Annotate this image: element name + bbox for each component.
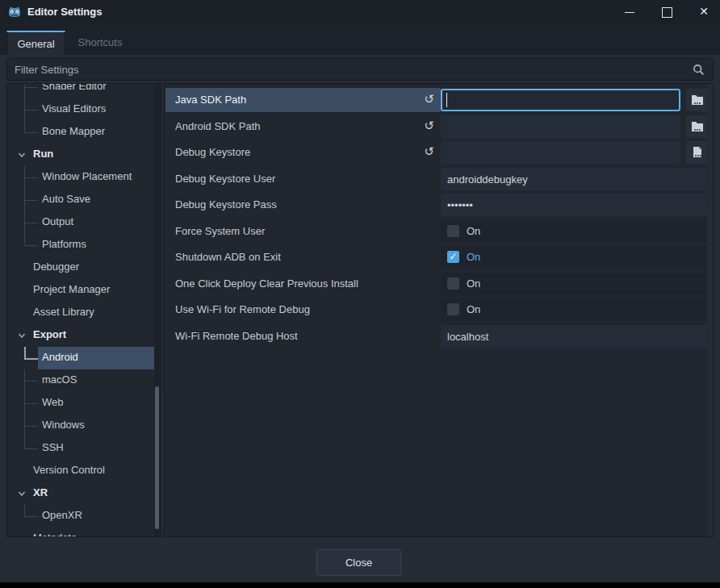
sidebar-section-run[interactable]: Run	[7, 144, 161, 166]
tree-scrollbar[interactable]	[154, 84, 160, 536]
folder-browse-button[interactable]	[686, 89, 709, 111]
tree-connector	[24, 211, 38, 234]
sidebar-item-output[interactable]: Output	[7, 211, 161, 234]
setting-row-force-system-user: Force System User On	[165, 219, 714, 244]
sidebar-item-window-placement[interactable]: Window Placement	[7, 166, 161, 189]
use-wifi-checkbox[interactable]	[447, 303, 459, 315]
sidebar-item-macos[interactable]: macOS	[7, 369, 161, 392]
android-sdk-path-input[interactable]	[441, 115, 680, 138]
tab-shortcuts[interactable]: Shortcuts	[66, 31, 134, 55]
filter-bar	[6, 58, 714, 81]
setting-label[interactable]: Use Wi-Fi for Remote Debug	[165, 298, 441, 322]
search-icon	[693, 64, 705, 76]
revert-icon[interactable]: ↺	[424, 119, 434, 133]
revert-icon[interactable]: ↺	[424, 144, 434, 159]
sidebar-item-openxr[interactable]: OpenXR	[7, 505, 161, 528]
setting-label[interactable]: Debug Keystore Pass	[165, 193, 441, 217]
one-click-deploy-checkbox[interactable]	[447, 277, 459, 290]
setting-row-debug-keystore: Debug Keystore ↺	[165, 140, 714, 165]
minimize-button[interactable]	[611, 0, 648, 24]
tab-strip: General Shortcuts	[0, 24, 720, 55]
tree-connector	[24, 166, 38, 189]
setting-label[interactable]: Java SDK Path ↺	[165, 88, 441, 112]
sidebar-item-platforms[interactable]: Platforms	[7, 234, 161, 256]
title-bar: Editor Settings ✕	[0, 0, 720, 24]
debug-keystore-user-input[interactable]	[441, 168, 709, 190]
setting-row-one-click-deploy-clear-previous-install: One Click Deploy Clear Previous Install …	[165, 272, 714, 296]
sidebar-item-android[interactable]: Android	[7, 347, 161, 369]
tree-connector	[24, 98, 38, 121]
filter-settings-input[interactable]	[7, 59, 713, 80]
debug-keystore-pass-input[interactable]	[441, 194, 709, 216]
setting-label[interactable]: One Click Deploy Clear Previous Install	[165, 272, 441, 296]
chevron-down-icon	[18, 152, 26, 158]
sidebar-section-export[interactable]: Export	[7, 324, 161, 347]
shutdown-adb-checkbox[interactable]: ✓	[447, 251, 459, 263]
sidebar-item-metadata[interactable]: Metadata	[7, 528, 161, 537]
sidebar-item-web[interactable]: Web	[7, 392, 161, 415]
sidebar-item-version-control[interactable]: Version Control	[7, 460, 161, 482]
setting-row-android-sdk-path: Android SDK Path ↺	[165, 115, 714, 139]
sidebar-item-windows[interactable]: Windows	[7, 415, 161, 437]
tree-connector	[24, 347, 38, 369]
folder-browse-button[interactable]	[686, 115, 709, 138]
chevron-down-icon	[18, 332, 26, 339]
setting-label[interactable]: Wi-Fi Remote Debug Host	[165, 324, 441, 348]
text-caret	[446, 93, 447, 107]
tree-connector	[24, 189, 38, 211]
check-icon: ✓	[449, 251, 457, 262]
maximize-button[interactable]	[648, 0, 685, 24]
setting-label[interactable]: Debug Keystore User	[165, 167, 441, 191]
settings-properties-panel: Java SDK Path ↺ Android SDK Path ↺	[164, 83, 714, 537]
sidebar-item-project-manager[interactable]: Project Manager	[7, 279, 161, 302]
java-sdk-path-input[interactable]	[441, 89, 680, 111]
tree-connector	[24, 369, 38, 392]
force-system-user-checkbox[interactable]	[447, 225, 459, 237]
checkbox-row-background	[441, 246, 709, 269]
checkbox-row-background	[441, 298, 709, 321]
setting-label[interactable]: Force System User	[165, 219, 441, 244]
file-browse-button[interactable]	[686, 141, 709, 164]
setting-row-wifi-remote-debug-host: Wi-Fi Remote Debug Host	[165, 324, 714, 348]
close-icon: ✕	[685, 0, 720, 24]
setting-label[interactable]: Debug Keystore ↺	[165, 140, 441, 165]
setting-row-java-sdk-path: Java SDK Path ↺	[165, 88, 714, 112]
tab-general[interactable]: General	[6, 31, 65, 55]
folder-icon	[691, 121, 704, 132]
settings-scrollbar[interactable]	[707, 84, 713, 536]
settings-category-tree: Shader Editor Visual Editors Bone Mapper…	[6, 83, 161, 537]
checkbox-row-background	[441, 273, 709, 295]
sidebar-item-auto-save[interactable]: Auto Save	[7, 189, 161, 211]
window-close-button[interactable]: ✕	[685, 0, 720, 24]
tree-connector	[24, 392, 38, 415]
sidebar-item-bone-mapper[interactable]: Bone Mapper	[7, 121, 161, 144]
tree-connector	[24, 234, 38, 256]
sidebar-item-ssh[interactable]: SSH	[7, 437, 161, 460]
setting-label[interactable]: Android SDK Path ↺	[165, 115, 441, 139]
tree-connector	[24, 505, 38, 528]
sidebar-item-visual-editors[interactable]: Visual Editors	[7, 98, 161, 121]
checkbox-row-background	[441, 220, 709, 243]
sidebar-item-debugger[interactable]: Debugger	[7, 256, 161, 279]
setting-row-debug-keystore-user: Debug Keystore User	[165, 167, 714, 191]
wifi-remote-debug-host-input[interactable]	[441, 325, 709, 348]
chevron-down-icon	[18, 490, 26, 497]
tree-connector	[24, 437, 38, 460]
setting-row-debug-keystore-pass: Debug Keystore Pass	[165, 193, 714, 217]
window-title: Editor Settings	[27, 6, 102, 18]
tree-scrollbar-thumb[interactable]	[155, 386, 159, 529]
setting-row-use-wifi-for-remote-debug: Use Wi-Fi for Remote Debug On	[165, 298, 714, 322]
close-button[interactable]: Close	[316, 549, 401, 576]
revert-icon[interactable]: ↺	[424, 92, 434, 106]
debug-keystore-input[interactable]	[441, 141, 680, 164]
godot-icon	[7, 5, 22, 19]
folder-icon	[691, 94, 704, 106]
editor-settings-dialog: Editor Settings ✕ General Shortcuts Shad…	[0, 0, 720, 582]
tree-connector	[24, 83, 38, 98]
tree-connector	[24, 415, 38, 437]
sidebar-item-asset-library[interactable]: Asset Library	[7, 302, 161, 324]
setting-label[interactable]: Shutdown ADB on Exit	[165, 245, 441, 269]
file-icon	[692, 146, 703, 158]
sidebar-section-xr[interactable]: XR	[7, 482, 161, 505]
sidebar-item-shader-editor[interactable]: Shader Editor	[7, 83, 161, 98]
